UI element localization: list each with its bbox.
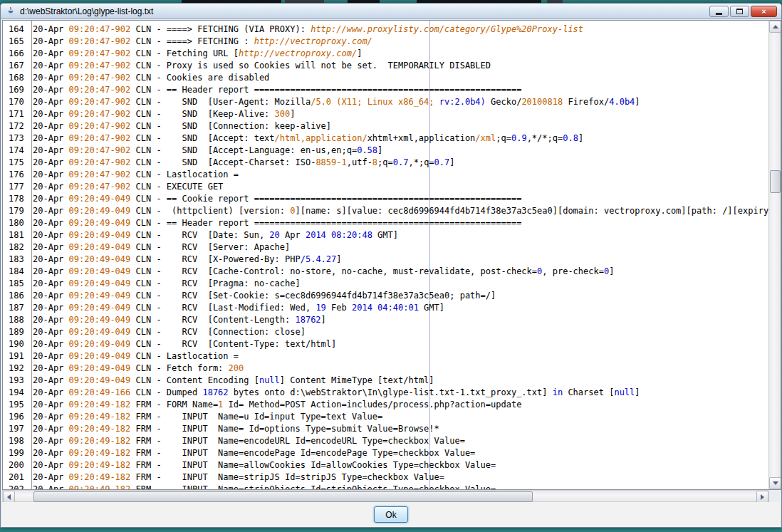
log-line: 20-Apr 09:20:49-049 CLN - RCV [Date: Sun… — [33, 230, 768, 242]
scroll-right-icon — [761, 494, 764, 500]
line-number: 182 — [3, 242, 31, 254]
log-line: 20-Apr 09:20:49-182 FRM - INPUT Name=enc… — [33, 448, 768, 460]
log-line: 20-Apr 09:20:47-902 CLN - Fetching URL [… — [33, 48, 768, 61]
line-number: 189 — [3, 327, 31, 339]
log-line: 20-Apr 09:20:49-049 CLN - == Cookie repo… — [33, 194, 768, 206]
desktop: d:\webStraktor\Log\glype-list-log.txt × … — [0, 0, 782, 532]
scroll-left-button[interactable] — [3, 491, 15, 503]
line-number: 168 — [3, 73, 31, 85]
close-button[interactable]: × — [751, 6, 777, 17]
log-line: 20-Apr 09:20:49-049 CLN - Lastlocation = — [33, 351, 768, 363]
log-line: 20-Apr 09:20:49-182 FRM - INPUT Name= Id… — [33, 424, 768, 436]
log-line: 20-Apr 09:20:49-049 CLN - Fetch form: 20… — [33, 363, 768, 375]
line-number: 173 — [3, 133, 31, 145]
line-number: 166 — [3, 48, 31, 61]
log-gutter: 1641651661671681691701711721731741751761… — [3, 21, 32, 489]
line-number: 176 — [3, 169, 31, 182]
line-number: 190 — [3, 339, 31, 351]
log-line: 20-Apr 09:20:49-166 CLN - Dumped 18762 b… — [33, 387, 768, 400]
log-line: 20-Apr 09:20:47-902 CLN - SND [Keep-Aliv… — [33, 109, 768, 121]
log-line: 20-Apr 09:20:49-049 CLN - (httpclient) [… — [33, 206, 768, 218]
line-number: 183 — [3, 254, 31, 266]
line-number: 178 — [3, 194, 31, 206]
scrollbar-corner — [769, 490, 781, 502]
vertical-scrollbar-thumb[interactable] — [770, 170, 781, 193]
line-number: 164 — [3, 24, 31, 36]
line-number: 201 — [3, 472, 31, 484]
line-number: 177 — [3, 182, 31, 194]
window-title: d:\webStraktor\Log\glype-list-log.txt — [20, 6, 709, 16]
line-number: 186 — [3, 291, 31, 303]
horizontal-scrollbar-row — [2, 490, 781, 502]
line-number: 179 — [3, 206, 31, 218]
scroll-down-icon — [773, 481, 778, 485]
log-line: 20-Apr 09:20:49-182 FRM - INPUT Name=u I… — [33, 412, 768, 424]
log-line: 20-Apr 09:20:49-049 CLN - RCV [Connectio… — [33, 327, 768, 339]
minimize-icon — [716, 13, 722, 15]
log-line: 20-Apr 09:20:47-902 CLN - == Header repo… — [33, 85, 768, 97]
window-controls: × — [709, 6, 777, 17]
line-number: 196 — [3, 412, 31, 424]
log-line: 20-Apr 09:20:49-049 CLN - RCV [Set-Cooki… — [33, 291, 768, 303]
line-number: 167 — [3, 61, 31, 73]
log-line: 20-Apr 09:20:47-902 CLN - EXECUTE GET — [33, 182, 768, 194]
log-line: 20-Apr 09:20:49-049 CLN - RCV [Content-L… — [33, 315, 768, 327]
line-number: 187 — [3, 303, 31, 315]
line-number: 198 — [3, 436, 31, 448]
log-line: 20-Apr 09:20:47-902 CLN - SND [Connectio… — [33, 121, 768, 133]
ok-button[interactable]: Ok — [374, 506, 408, 523]
line-number: 188 — [3, 315, 31, 327]
vertical-scrollbar[interactable] — [768, 21, 781, 489]
scroll-left-icon — [7, 494, 11, 500]
line-number: 165 — [3, 36, 31, 48]
log-line: 20-Apr 09:20:47-902 CLN - SND [Accept: t… — [33, 133, 768, 145]
log-line: 20-Apr 09:20:49-182 FRM - INPUT Name=enc… — [33, 436, 768, 448]
line-number: 172 — [3, 121, 31, 133]
log-line: 20-Apr 09:20:47-902 CLN - ====> FETCHING… — [33, 24, 768, 36]
line-number: 200 — [3, 460, 31, 472]
log-line: 20-Apr 09:20:49-049 CLN - RCV [Content-T… — [33, 339, 768, 351]
app-window: d:\webStraktor\Log\glype-list-log.txt × … — [0, 3, 782, 528]
titlebar[interactable]: d:\webStraktor\Log\glype-list-log.txt × — [1, 4, 781, 19]
log-line: 20-Apr 09:20:49-182 FRM - INPUT Name=str… — [33, 484, 768, 489]
line-number: 194 — [3, 387, 31, 400]
scroll-up-button[interactable] — [769, 21, 781, 33]
line-number: 185 — [3, 278, 31, 291]
scroll-down-button[interactable] — [769, 477, 781, 489]
line-number: 191 — [3, 351, 31, 363]
line-number: 175 — [3, 157, 31, 169]
maximize-button[interactable] — [730, 6, 749, 17]
line-number: 184 — [3, 266, 31, 278]
log-line: 20-Apr 09:20:49-049 CLN - Content Encodi… — [33, 375, 768, 387]
scroll-right-button[interactable] — [756, 491, 768, 503]
log-viewer: 1641651661671681691701711721731741751761… — [2, 20, 781, 490]
line-number: 199 — [3, 448, 31, 460]
line-number: 180 — [3, 218, 31, 230]
minimize-button[interactable] — [709, 6, 729, 17]
log-line: 20-Apr 09:20:49-049 CLN - RCV [Cache-Con… — [33, 266, 768, 278]
line-number: 192 — [3, 363, 31, 375]
line-number: 174 — [3, 145, 31, 157]
log-line: 20-Apr 09:20:49-049 CLN - RCV [Last-Modi… — [33, 303, 768, 315]
log-line: 20-Apr 09:20:49-049 CLN - RCV [Server: A… — [33, 242, 768, 254]
java-app-icon — [5, 6, 16, 17]
log-line: 20-Apr 09:20:47-902 CLN - ====> FETCHING… — [33, 36, 768, 48]
line-number: 195 — [3, 400, 31, 412]
log-line: 20-Apr 09:20:49-182 FRM - INPUT Name=str… — [33, 472, 768, 484]
log-line: 20-Apr 09:20:47-902 CLN - SND [User-Agen… — [33, 97, 768, 109]
log-line: 20-Apr 09:20:47-902 CLN - Lastlocation = — [33, 169, 768, 182]
close-icon: × — [761, 7, 766, 16]
scroll-up-icon — [773, 25, 778, 28]
horizontal-scrollbar[interactable] — [2, 490, 769, 502]
log-line: 20-Apr 09:20:47-902 CLN - Cookies are di… — [33, 73, 768, 85]
bottom-panel: Ok — [2, 502, 780, 527]
horizontal-scrollbar-thumb[interactable] — [33, 491, 533, 502]
log-lines[interactable]: 20-Apr 09:20:47-902 CLN - ====> FETCHING… — [33, 21, 768, 489]
line-number: 202 — [3, 484, 31, 490]
line-number: 193 — [3, 375, 31, 387]
log-line: 20-Apr 09:20:49-049 CLN - RCV [X-Powered… — [33, 254, 768, 266]
maximize-icon — [736, 9, 743, 14]
line-number: 170 — [3, 97, 31, 109]
log-line: 20-Apr 09:20:49-049 CLN - == Header repo… — [33, 218, 768, 230]
log-line: 20-Apr 09:20:49-182 FRM - FORM Name=1 Id… — [33, 400, 768, 412]
